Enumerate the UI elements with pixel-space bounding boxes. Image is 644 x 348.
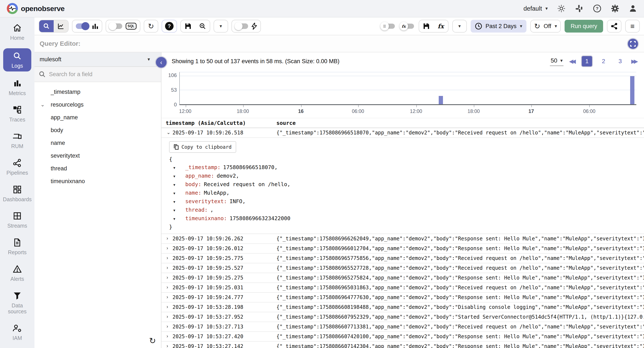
json-entry[interactable]: ▾ body: Received request on /hello,	[169, 180, 644, 189]
time-range-picker[interactable]: Past 2 Days ▾	[471, 20, 527, 32]
openobserve-logo-icon	[7, 3, 18, 14]
table-row[interactable]: › 2025-09-17 10:53:28.198 {"_timestamp":…	[162, 303, 644, 312]
nav-item-pipelines[interactable]: Pipelines	[2, 157, 32, 177]
organization-select[interactable]: default ▾	[524, 5, 548, 12]
nav-item-traces[interactable]: Traces	[2, 103, 32, 124]
json-entry[interactable]: ▾ severitytext: INFO,	[169, 197, 644, 206]
devices-icon	[12, 132, 22, 143]
page-button-1[interactable]: 1	[582, 56, 592, 67]
function-fx-button[interactable]: fx	[434, 20, 448, 32]
table-row[interactable]: › 2025-09-17 10:59:25.775 {"_timestamp":…	[162, 254, 644, 263]
nav-label: Reports	[8, 249, 26, 255]
auto-refresh-picker[interactable]: ↻ Off ▾	[530, 20, 561, 32]
quick-mode-toggle-group[interactable]	[232, 20, 261, 32]
nav-item-iam[interactable]: IAM	[2, 322, 32, 343]
slack-icon[interactable]	[575, 4, 584, 13]
sql-mode-toggle-group[interactable]: SQL	[106, 20, 140, 32]
collapse-fields-panel-button[interactable]: ‹	[155, 56, 168, 68]
stream-select[interactable]: mulesoft ▾	[34, 52, 161, 67]
field-search-input[interactable]	[49, 71, 157, 78]
sql-mode-toggle[interactable]	[110, 23, 122, 29]
column-header-source[interactable]: source	[276, 120, 296, 126]
table-row[interactable]: › 2025-09-17 10:53:27.952 {"_timestamp":…	[162, 312, 644, 322]
nav-item-logs[interactable]: Logs	[3, 48, 31, 71]
help-icon[interactable]: ?	[593, 4, 602, 13]
first-page-button[interactable]: ◀◀	[569, 58, 576, 65]
table-row[interactable]: › 2025-09-17 10:59:26.262 {"_timestamp":…	[162, 234, 644, 244]
json-entry[interactable]: ▾ thread: ,	[169, 206, 644, 214]
function-dropdown[interactable]: ▾	[452, 20, 467, 32]
wrap-lines-toggle[interactable]: ☰	[380, 22, 396, 30]
user-gear-icon	[12, 324, 22, 335]
nav-label: Home	[10, 35, 24, 41]
theme-toggle-sun-icon[interactable]	[557, 4, 566, 13]
table-row[interactable]: › 2025-09-17 10:59:24.777 {"_timestamp":…	[162, 293, 644, 303]
events-histogram[interactable]: 053106	[164, 72, 636, 105]
save-function-button[interactable]	[419, 20, 434, 32]
nav-item-alerts[interactable]: Alerts	[2, 263, 32, 284]
histogram-plot	[179, 72, 636, 105]
vrl-function-toggle[interactable]: fx	[400, 22, 415, 30]
field-item-severitytext[interactable]: severitytext	[34, 149, 161, 162]
expand-editor-button[interactable]	[627, 38, 639, 50]
histogram-toggle-group[interactable]	[72, 20, 102, 32]
table-row[interactable]: › 2025-09-17 10:53:27.713 {"_timestamp":…	[162, 322, 644, 332]
nav-label: Pipelines	[6, 170, 28, 176]
page-button-3[interactable]: 3	[614, 56, 626, 67]
query-help-button[interactable]: ?	[162, 20, 177, 32]
settings-gear-icon[interactable]	[611, 4, 619, 13]
table-row[interactable]: › 2025-09-17 10:59:25.275 {"_timestamp":…	[162, 273, 644, 283]
table-row[interactable]: › 2025-09-17 10:53:27.420 {"_timestamp":…	[162, 332, 644, 342]
row-source: {"_timestamp":1758086965275824,"app_name…	[276, 275, 644, 281]
triangle-down-icon: ▾	[173, 164, 179, 172]
json-entry[interactable]: ▾ name: MuleApp,	[169, 189, 644, 197]
field-item-resourcelogs[interactable]: ⌄resourcelogs	[34, 98, 161, 111]
triangle-down-icon: ▾	[173, 206, 179, 214]
nav-item-reports[interactable]: Reports	[2, 236, 32, 257]
json-entry[interactable]: ▾ timeunixnano: 1758086966323422000	[169, 214, 644, 223]
page-button-2[interactable]: 2	[598, 56, 609, 67]
column-header-timestamp[interactable]: timestamp (Asia/Calcutta)	[166, 120, 246, 126]
chevron-left-icon: ‹	[160, 59, 162, 66]
run-query-button[interactable]: Run query	[564, 20, 603, 32]
visualize-mode-button[interactable]	[54, 20, 68, 32]
table-row[interactable]: › 2025-09-17 10:59:26.012 {"_timestamp":…	[162, 244, 644, 254]
reset-filters-button[interactable]: ↻	[144, 20, 158, 32]
json-entry[interactable]: ▾ app_name: demov2,	[169, 172, 644, 180]
user-profile-icon[interactable]	[629, 4, 637, 13]
alert-triangle-icon	[12, 264, 22, 275]
refresh-fields-icon[interactable]: ↻	[149, 336, 156, 346]
field-item-name[interactable]: name	[34, 137, 161, 149]
table-row-expanded[interactable]: ⌄ 2025-09-17 10:59:26.518 {"_timestamp":…	[162, 128, 644, 138]
search-mode-button[interactable]	[39, 20, 54, 32]
json-entry[interactable]: ▾ _timestamp: 1758086966518070,	[169, 163, 644, 172]
field-item-thread[interactable]: thread	[34, 162, 161, 175]
table-row[interactable]: › 2025-09-17 10:53:27.142 {"_timestamp":…	[162, 342, 644, 348]
search-saved-view-icon[interactable]	[195, 20, 210, 32]
field-item-timestamp[interactable]: _timestamp	[34, 86, 161, 98]
field-item-timeunixnano[interactable]: timeunixnano	[34, 175, 161, 188]
row-json-view: { ▾ _timestamp: 1758086966518070, ▾	[169, 155, 644, 231]
field-item-body[interactable]: body	[34, 124, 161, 137]
share-link-button[interactable]	[607, 20, 622, 32]
chevron-down-icon: ⌄	[166, 130, 170, 135]
nav-item-dashboards[interactable]: Dashboards	[2, 183, 32, 204]
table-row[interactable]: › 2025-09-17 10:59:25.527 {"_timestamp":…	[162, 263, 644, 273]
query-editor[interactable]: Query Editor:	[34, 35, 644, 52]
nav-item-home[interactable]: Home	[2, 22, 32, 43]
histogram-toggle[interactable]	[76, 23, 88, 29]
page-size-select[interactable]: 50 ▾	[550, 56, 564, 66]
table-row[interactable]: › 2025-09-17 10:59:25.031 {"_timestamp":…	[162, 283, 644, 293]
field-item-app-name[interactable]: app_name	[34, 111, 161, 124]
last-page-button[interactable]: ▶▶	[631, 58, 638, 65]
nav-item-metrics[interactable]: Metrics	[2, 77, 32, 98]
saved-views-dropdown[interactable]: ▾	[214, 20, 228, 32]
json-value: ,	[210, 206, 214, 214]
nav-item-streams[interactable]: Streams	[2, 209, 32, 231]
nav-item-rum[interactable]: RUM	[2, 130, 32, 151]
page-size-value: 50	[551, 57, 557, 64]
quick-mode-toggle[interactable]	[235, 23, 248, 29]
save-view-button[interactable]	[181, 20, 195, 32]
more-menu-button[interactable]: ≡	[625, 20, 640, 32]
nav-item-data-sources[interactable]: Data sources	[2, 289, 32, 317]
